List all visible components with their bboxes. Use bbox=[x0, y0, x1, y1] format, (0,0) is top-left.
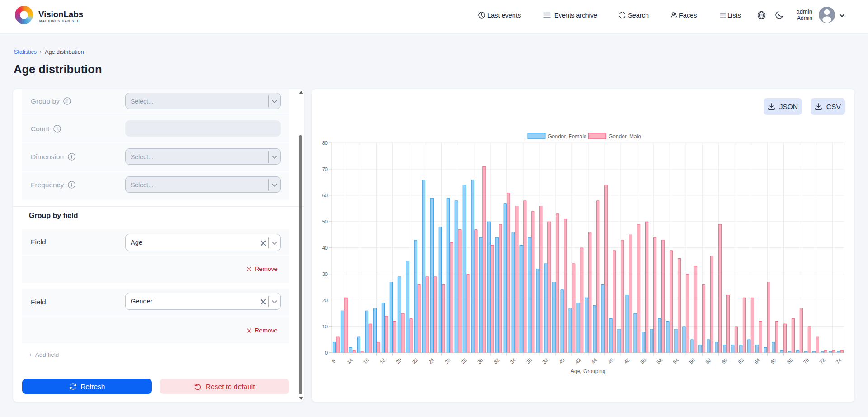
svg-text:18: 18 bbox=[378, 357, 386, 365]
svg-text:22: 22 bbox=[411, 357, 419, 365]
svg-text:Gender, Female: Gender, Female bbox=[548, 133, 587, 140]
svg-text:26: 26 bbox=[443, 357, 451, 365]
svg-text:62: 62 bbox=[737, 357, 745, 365]
svg-text:10: 10 bbox=[322, 324, 328, 329]
svg-text:60: 60 bbox=[721, 357, 728, 365]
svg-text:46: 46 bbox=[607, 357, 614, 365]
svg-text:66: 66 bbox=[769, 357, 777, 365]
svg-text:52: 52 bbox=[656, 357, 663, 365]
svg-text:28: 28 bbox=[460, 357, 467, 365]
svg-text:50: 50 bbox=[639, 357, 647, 365]
svg-text:60: 60 bbox=[322, 193, 328, 198]
svg-text:38: 38 bbox=[542, 357, 549, 365]
svg-text:44: 44 bbox=[590, 357, 598, 365]
svg-text:30: 30 bbox=[322, 271, 328, 277]
svg-text:40: 40 bbox=[322, 245, 328, 251]
svg-text:6: 6 bbox=[330, 358, 336, 364]
svg-text:14: 14 bbox=[346, 357, 354, 365]
svg-text:80: 80 bbox=[322, 140, 328, 146]
svg-text:20: 20 bbox=[395, 357, 402, 365]
svg-text:74: 74 bbox=[835, 357, 842, 365]
svg-text:54: 54 bbox=[672, 357, 679, 365]
svg-text:56: 56 bbox=[688, 357, 696, 365]
svg-text:34: 34 bbox=[509, 357, 517, 365]
svg-text:48: 48 bbox=[623, 357, 631, 365]
svg-text:58: 58 bbox=[704, 357, 712, 365]
svg-text:68: 68 bbox=[786, 357, 793, 365]
svg-text:36: 36 bbox=[525, 357, 533, 365]
svg-text:Gender, Male: Gender, Male bbox=[609, 133, 641, 140]
svg-text:20: 20 bbox=[322, 298, 328, 303]
svg-text:32: 32 bbox=[493, 357, 500, 365]
svg-text:64: 64 bbox=[753, 357, 761, 365]
svg-text:70: 70 bbox=[322, 166, 328, 172]
svg-text:30: 30 bbox=[476, 357, 484, 365]
svg-text:Age, Grouping: Age, Grouping bbox=[571, 368, 605, 374]
svg-text:40: 40 bbox=[558, 357, 566, 365]
svg-text:50: 50 bbox=[322, 219, 328, 224]
svg-text:16: 16 bbox=[362, 357, 370, 365]
svg-text:0: 0 bbox=[325, 350, 328, 355]
svg-text:72: 72 bbox=[818, 357, 826, 365]
svg-text:24: 24 bbox=[427, 357, 435, 365]
svg-text:70: 70 bbox=[802, 357, 810, 365]
svg-text:42: 42 bbox=[574, 357, 582, 365]
